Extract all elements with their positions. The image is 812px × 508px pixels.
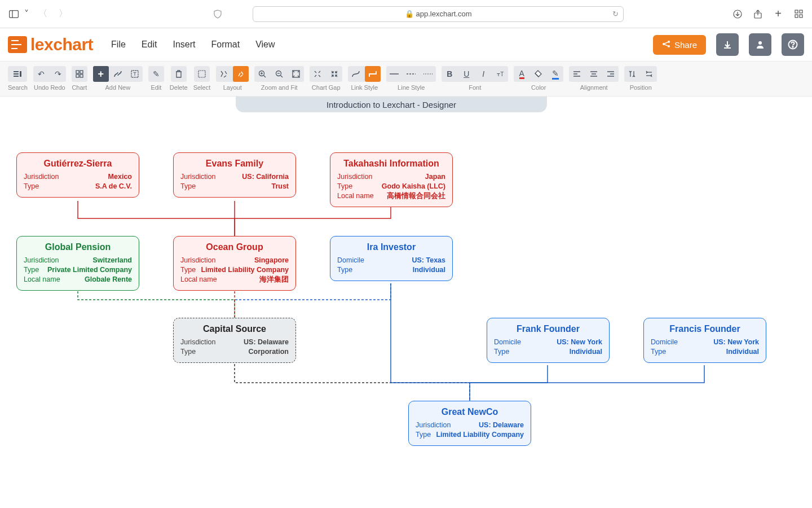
toolbar-undo-label: Undo Redo	[34, 84, 65, 91]
url-bar[interactable]: 🔒 app.lexchart.com ↻	[253, 6, 624, 22]
sidebar-toggle-icon[interactable]	[6, 6, 21, 22]
svg-rect-18	[76, 71, 79, 73]
help-button[interactable]	[782, 33, 804, 56]
toolbar-color-group: A ✎ Color	[514, 66, 563, 91]
node-frank[interactable]: Frank Founder DomicileUS: New York TypeI…	[487, 318, 610, 363]
browser-chrome: ˅ 〈 〉 🔒 app.lexchart.com ↻ +	[0, 0, 812, 28]
toolbar-search-group: Search	[8, 66, 28, 91]
toolbar-font-group: B U I ᴛT Font	[442, 66, 508, 91]
new-tab-icon[interactable]: +	[770, 6, 786, 22]
toolbar-edit-group: ✎ Edit	[148, 66, 164, 91]
toolbar-chart-group: Chart	[72, 66, 87, 91]
toolbar-layout-group: Layout	[216, 66, 249, 91]
gap-collapse-button[interactable]	[326, 66, 342, 82]
user-button[interactable]	[749, 33, 771, 56]
bold-button[interactable]: B	[442, 66, 457, 82]
svg-rect-17	[20, 71, 21, 77]
svg-rect-24	[198, 71, 205, 77]
manual-layout-button[interactable]	[233, 66, 249, 82]
add-box-button[interactable]: +	[93, 66, 109, 82]
link-curved-button[interactable]	[348, 66, 364, 82]
svg-rect-15	[14, 73, 19, 75]
svg-rect-20	[76, 75, 79, 77]
zoom-in-button[interactable]	[254, 66, 270, 82]
fit-button[interactable]	[288, 66, 304, 82]
align-center-button[interactable]	[586, 66, 602, 82]
menu-insert[interactable]: Insert	[173, 40, 195, 50]
svg-rect-4	[795, 10, 798, 13]
shield-icon[interactable]	[210, 6, 226, 22]
node-ira[interactable]: Ira Investor DomicileUS: Texas TypeIndiv…	[330, 236, 453, 281]
node-newco[interactable]: Great NewCo JurisdictionUS: Delaware Typ…	[408, 401, 531, 446]
app-logo[interactable]: lexchart	[8, 35, 93, 54]
fill-color-button[interactable]	[531, 66, 546, 82]
link-ortho-button[interactable]	[365, 66, 381, 82]
align-right-button[interactable]	[603, 66, 619, 82]
svg-line-26	[264, 76, 266, 78]
toolbar-edit-label: Edit	[151, 84, 161, 91]
nav-forward-button[interactable]: 〉	[55, 6, 71, 22]
line-dashed-button[interactable]	[403, 66, 419, 82]
toolbar-color-label: Color	[531, 84, 546, 91]
align-left-button[interactable]	[569, 66, 585, 82]
share-button[interactable]: Share	[653, 35, 706, 55]
add-text-button[interactable]: T	[127, 66, 143, 82]
redo-button[interactable]: ↷	[50, 66, 66, 82]
svg-rect-19	[80, 71, 83, 73]
zoom-out-button[interactable]	[271, 66, 287, 82]
main-menu: File Edit Insert Format View	[111, 40, 275, 50]
underline-button[interactable]: U	[458, 66, 474, 82]
download-button[interactable]	[716, 33, 739, 56]
auto-layout-button[interactable]	[216, 66, 232, 82]
toolbar-select-group: Select	[193, 66, 211, 91]
node-global-pension[interactable]: Global Pension JurisdictionSwitzerland T…	[16, 236, 139, 291]
share-label: Share	[674, 40, 697, 50]
svg-rect-7	[800, 15, 802, 17]
toolbar-layout-label: Layout	[223, 84, 242, 91]
svg-point-11	[758, 41, 762, 45]
fontsize-button[interactable]: ᴛT	[492, 66, 508, 82]
toolbar-select-label: Select	[193, 84, 211, 91]
node-francis[interactable]: Francis Founder DomicileUS: New York Typ…	[643, 318, 766, 363]
line-solid-button[interactable]	[386, 66, 402, 82]
menu-file[interactable]: File	[111, 40, 126, 50]
chart-title[interactable]: Introduction to Lexchart - Designer	[236, 97, 547, 112]
svg-text:T: T	[133, 71, 136, 77]
reload-icon[interactable]: ↻	[612, 10, 619, 18]
gap-expand-button[interactable]	[310, 66, 325, 82]
toolbar-align-group: Alignment	[569, 66, 619, 91]
toolbar-search-label: Search	[8, 84, 28, 91]
chart-button[interactable]	[72, 66, 87, 82]
node-gutierrez[interactable]: Gutiérrez-Sierra JurisdictionMexico Type…	[16, 152, 139, 198]
position-v-button[interactable]	[624, 66, 640, 82]
svg-rect-21	[80, 75, 83, 77]
search-button[interactable]	[8, 66, 27, 82]
nav-back-button[interactable]: 〈	[35, 6, 51, 22]
text-color-button[interactable]: A	[514, 66, 529, 82]
node-takahashi[interactable]: Takahashi Information JurisdictionJapan …	[330, 152, 453, 207]
lock-icon: 🔒	[405, 10, 414, 18]
node-capital-source[interactable]: Capital Source JurisdictionUS: Delaware …	[173, 318, 296, 363]
italic-button[interactable]: I	[475, 66, 491, 82]
menu-edit[interactable]: Edit	[142, 40, 157, 50]
add-link-button[interactable]	[110, 66, 126, 82]
share-icon[interactable]	[750, 6, 766, 22]
menu-format[interactable]: Format	[211, 40, 240, 50]
node-evans[interactable]: Evans Family JurisdictionUS: California …	[173, 152, 296, 198]
chart-canvas[interactable]: Introduction to Lexchart - Designer	[0, 97, 812, 508]
toolbar: Search ↶ ↷ Undo Redo Chart + T Add New ✎…	[0, 61, 812, 97]
menu-view[interactable]: View	[255, 40, 275, 50]
download-icon[interactable]	[730, 6, 745, 22]
chevron-down-icon[interactable]: ˅	[23, 6, 30, 22]
line-dotted-button[interactable]	[420, 66, 436, 82]
line-color-button[interactable]: ✎	[548, 66, 563, 82]
node-ocean[interactable]: Ocean Group JurisdictionSingapore TypeLi…	[173, 236, 296, 291]
svg-rect-5	[800, 10, 802, 13]
svg-rect-16	[14, 76, 19, 77]
edit-button[interactable]: ✎	[148, 66, 164, 82]
undo-button[interactable]: ↶	[33, 66, 49, 82]
delete-button[interactable]	[171, 66, 187, 82]
position-h-button[interactable]	[641, 66, 657, 82]
select-button[interactable]	[194, 66, 210, 82]
tabs-grid-icon[interactable]	[791, 6, 806, 22]
